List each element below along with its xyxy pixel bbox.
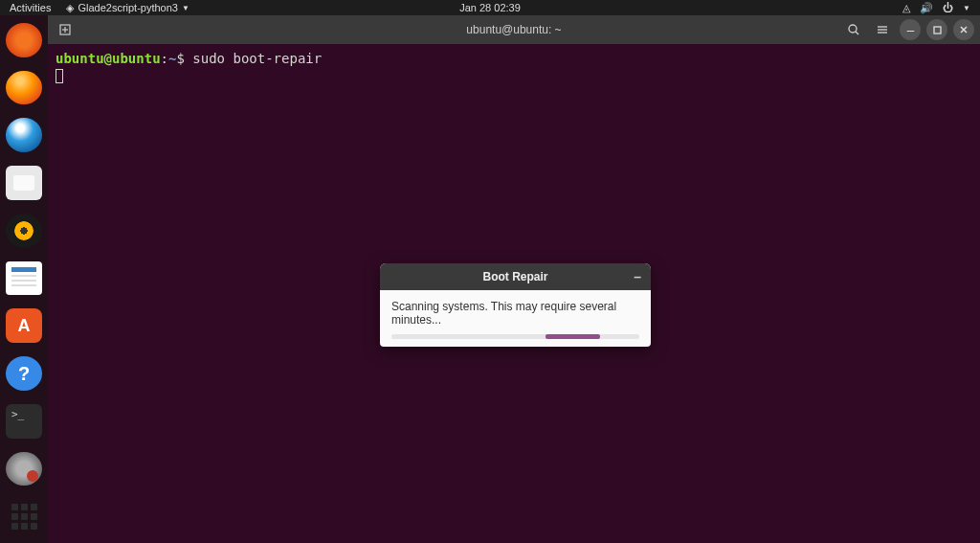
network-icon[interactable]: ◬ (902, 2, 910, 14)
minimize-button[interactable]: ‒ (900, 19, 921, 40)
dialog-titlebar[interactable]: Boot Repair – (380, 263, 651, 290)
dock-terminal-icon[interactable] (6, 404, 42, 439)
prompt-colon: : (161, 51, 168, 66)
close-button[interactable] (953, 19, 974, 40)
new-tab-button[interactable] (54, 18, 77, 41)
progress-bar (391, 334, 639, 339)
svg-point-3 (849, 25, 857, 33)
chevron-down-icon[interactable]: ▼ (963, 4, 970, 12)
terminal-title: ubuntu@ubuntu: ~ (466, 23, 561, 36)
terminal-cursor-line (56, 67, 972, 84)
activities-button[interactable]: Activities (10, 2, 51, 13)
close-icon (959, 25, 969, 34)
clock[interactable]: Jan 28 02:39 (459, 2, 521, 13)
active-app-name: Glade2script-python3 (78, 2, 178, 13)
dock-thunderbird-icon[interactable] (6, 118, 42, 152)
active-app-menu[interactable]: ◈ Glade2script-python3 ▼ (66, 2, 189, 14)
svg-rect-8 (934, 27, 941, 34)
dock-files-icon[interactable] (6, 166, 42, 200)
top-bar: Activities ◈ Glade2script-python3 ▼ Jan … (0, 0, 980, 15)
cursor (56, 69, 63, 83)
power-icon[interactable]: ⏻ (943, 2, 953, 13)
progress-chunk (546, 334, 600, 339)
terminal-body[interactable]: ubuntu@ubuntu:~$ sudo boot-repair (48, 44, 980, 90)
app-icon: ◈ (66, 2, 74, 14)
boot-repair-dialog: Boot Repair – Scanning systems. This may… (380, 263, 651, 347)
terminal-titlebar[interactable]: ubuntu@ubuntu: ~ ‒ (48, 15, 980, 44)
dock-libreoffice-icon[interactable] (6, 261, 42, 296)
prompt-user: ubuntu@ubuntu (56, 51, 161, 66)
dock-bootrepair-icon[interactable] (6, 452, 42, 486)
hamburger-icon (876, 23, 889, 36)
chevron-down-icon: ▼ (182, 4, 189, 12)
new-tab-icon (58, 23, 72, 36)
dock-software-icon[interactable] (6, 308, 42, 343)
dialog-message: Scanning systems. This may require sever… (391, 300, 639, 327)
svg-line-4 (856, 32, 858, 34)
dock-firefox-icon[interactable] (6, 71, 42, 105)
volume-icon[interactable]: 🔊 (920, 2, 933, 14)
dock-distributor-icon[interactable] (6, 23, 42, 57)
menu-button[interactable] (871, 18, 894, 41)
search-icon (847, 23, 860, 36)
maximize-icon (933, 26, 942, 34)
maximize-button[interactable] (926, 19, 947, 40)
prompt-dollar: $ (176, 51, 184, 66)
dialog-title: Boot Repair (482, 270, 547, 283)
terminal-line: ubuntu@ubuntu:~$ sudo boot-repair (56, 50, 972, 67)
search-button[interactable] (842, 18, 865, 41)
dock-rhythmbox-icon[interactable] (6, 214, 42, 248)
command-text: sudo boot-repair (185, 51, 322, 66)
dock-help-icon[interactable] (6, 356, 42, 391)
dialog-body: Scanning systems. This may require sever… (380, 290, 651, 347)
dialog-minimize-button[interactable]: – (634, 270, 641, 283)
show-applications-button[interactable] (6, 499, 42, 533)
dock (0, 15, 48, 543)
apps-grid-icon (11, 504, 37, 530)
